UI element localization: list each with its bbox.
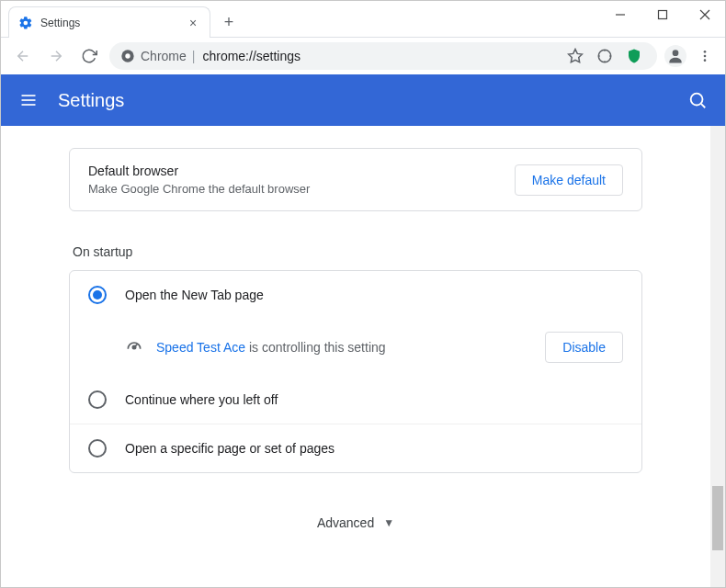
default-browser-subtitle: Make Google Chrome the default browser	[88, 182, 310, 196]
extension-link[interactable]: Speed Test Ace	[156, 340, 245, 355]
radio-label: Continue where you left off	[125, 392, 278, 407]
svg-point-7	[598, 50, 611, 62]
tab-settings[interactable]: Settings ×	[8, 6, 210, 38]
default-browser-title: Default browser	[88, 164, 310, 178]
speedometer-icon	[125, 338, 143, 356]
back-button[interactable]	[10, 43, 36, 69]
star-icon[interactable]	[567, 48, 584, 64]
scrollbar[interactable]	[710, 126, 725, 587]
svg-point-8	[673, 50, 679, 56]
extension-controlling-text: Speed Test Ace is controlling this setti…	[156, 340, 532, 355]
svg-point-15	[691, 94, 703, 106]
startup-card: Open the New Tab page Speed Test Ace is …	[69, 270, 642, 473]
advanced-label: Advanced	[317, 515, 374, 530]
svg-line-17	[134, 345, 137, 347]
chevron-down-icon: ▼	[383, 516, 394, 529]
reload-button[interactable]	[76, 43, 102, 69]
startup-option-continue[interactable]: Continue where you left off	[70, 376, 641, 424]
maximize-button[interactable]	[641, 0, 684, 29]
url-input[interactable]	[202, 49, 560, 63]
svg-marker-6	[569, 50, 583, 62]
page-title: Settings	[58, 90, 124, 111]
svg-point-10	[704, 55, 707, 58]
separator: |	[192, 49, 196, 63]
forward-button[interactable]	[43, 43, 69, 69]
radio-icon	[88, 439, 107, 458]
svg-point-9	[704, 51, 707, 53]
svg-point-5	[125, 53, 130, 58]
browser-toolbar: Chrome |	[1, 38, 725, 74]
site-info-chip[interactable]: Chrome |	[120, 49, 195, 63]
on-startup-heading: On startup	[73, 244, 642, 259]
scrollbar-thumb[interactable]	[712, 486, 723, 550]
search-icon[interactable]	[686, 89, 709, 111]
close-tab-icon[interactable]: ×	[186, 16, 200, 30]
extension-controlling-row: Speed Test Ace is controlling this setti…	[70, 319, 641, 376]
svg-line-16	[701, 104, 705, 107]
profile-avatar[interactable]	[664, 45, 686, 67]
shield-icon[interactable]	[626, 48, 642, 64]
svg-point-11	[704, 59, 707, 62]
settings-content: Default browser Make Google Chrome the d…	[1, 126, 710, 587]
radio-label: Open the New Tab page	[125, 288, 264, 302]
default-browser-card: Default browser Make Google Chrome the d…	[69, 148, 642, 211]
new-tab-button[interactable]: +	[216, 9, 242, 35]
address-bar[interactable]: Chrome |	[109, 42, 657, 70]
startup-option-new-tab[interactable]: Open the New Tab page	[70, 271, 641, 319]
gear-icon	[18, 16, 33, 30]
advanced-toggle[interactable]: Advanced ▼	[69, 515, 642, 530]
browser-menu-button[interactable]	[694, 45, 716, 67]
disable-extension-button[interactable]: Disable	[545, 332, 623, 363]
tracker-icon[interactable]	[596, 48, 613, 64]
minimize-button[interactable]	[599, 0, 641, 29]
radio-label: Open a specific page or set of pages	[125, 441, 335, 456]
svg-rect-1	[659, 11, 667, 19]
site-info-label: Chrome	[141, 49, 187, 63]
startup-option-specific-pages[interactable]: Open a specific page or set of pages	[70, 424, 641, 472]
window-controls	[599, 0, 726, 29]
tab-title: Settings	[40, 17, 178, 29]
radio-icon	[88, 390, 107, 409]
make-default-button[interactable]: Make default	[515, 164, 623, 196]
settings-header: Settings	[1, 74, 725, 126]
close-window-button[interactable]	[684, 0, 726, 29]
menu-icon[interactable]	[17, 89, 40, 111]
radio-icon	[88, 286, 107, 304]
